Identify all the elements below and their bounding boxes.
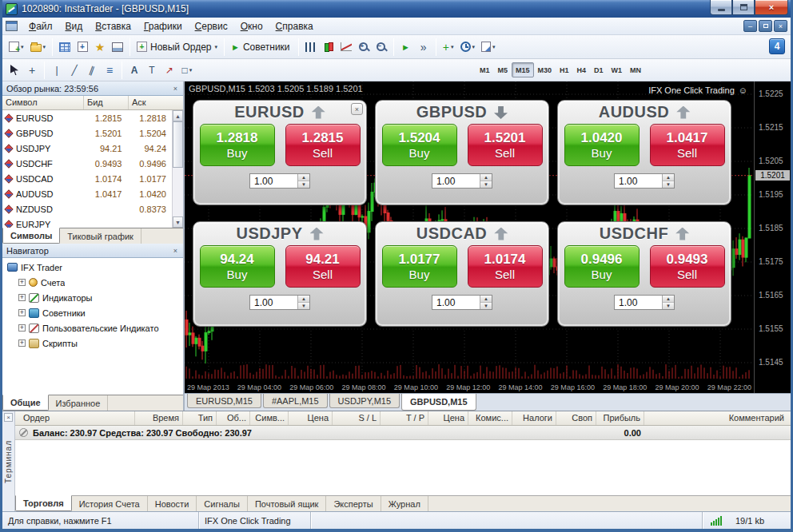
minimize-button[interactable] xyxy=(710,0,732,15)
indicators-button[interactable]: + ▾ xyxy=(440,38,457,57)
candlestick-chart-button[interactable] xyxy=(320,38,337,57)
spin-down-icon[interactable]: ▼ xyxy=(663,303,674,309)
shapes-button[interactable]: □ ▾ xyxy=(178,61,196,80)
mdi-minimize-button[interactable]: – xyxy=(743,20,757,32)
menu-tools[interactable]: Сервис xyxy=(189,19,234,34)
tab-account-history[interactable]: История Счета xyxy=(72,496,148,511)
scrollbar-thumb[interactable] xyxy=(173,121,183,168)
volume-stepper[interactable]: ▲▼ xyxy=(297,174,309,188)
spin-down-icon[interactable]: ▼ xyxy=(663,181,674,188)
navigator-button[interactable]: ★ xyxy=(91,38,109,57)
chart-shift-button[interactable]: » xyxy=(415,38,432,57)
menu-help[interactable]: Справка xyxy=(269,19,320,34)
tree-item-indicators[interactable]: + Индикаторы xyxy=(2,290,183,305)
chart-tab-gbpusd[interactable]: GBPUSD,M15 xyxy=(401,394,476,411)
tab-experts[interactable]: Эксперты xyxy=(326,496,381,511)
sell-button[interactable]: 1.2815 Sell xyxy=(285,124,361,166)
volume-stepper[interactable]: ▲▼ xyxy=(662,174,674,188)
arrow-tool-button[interactable]: ↗ xyxy=(161,61,178,80)
terminal-button[interactable] xyxy=(109,38,126,57)
new-order-button[interactable]: + Новый Ордер ▾ xyxy=(133,38,221,57)
tree-item-scripts[interactable]: + Скрипты xyxy=(2,335,183,351)
chart-window-icon[interactable] xyxy=(6,21,18,31)
expand-icon[interactable]: + xyxy=(18,339,26,347)
market-watch-button[interactable] xyxy=(56,38,74,57)
auto-scroll-button[interactable]: ► xyxy=(397,38,415,57)
status-mode-text[interactable]: IFX One Click Trading xyxy=(199,512,311,529)
spin-down-icon[interactable]: ▼ xyxy=(298,303,309,309)
close-button[interactable]: × xyxy=(755,0,788,15)
channel-button[interactable]: ∥ xyxy=(83,61,101,80)
sell-button[interactable]: 94.21 Sell xyxy=(285,245,361,288)
table-row[interactable]: USDJPY 94.21 94.24 xyxy=(2,141,172,156)
tab-trade[interactable]: Торговля xyxy=(15,495,72,511)
timeframe-m1[interactable]: M1 xyxy=(476,62,494,77)
buy-button[interactable]: 1.0177 Buy xyxy=(382,245,457,288)
chart-area[interactable]: GBPUSD,M15 1.5203 1.5205 1.5189 1.5201 I… xyxy=(185,81,791,393)
tab-mailbox[interactable]: Почтовый ящик xyxy=(248,496,326,511)
sell-button[interactable]: 0.9493 Sell xyxy=(650,245,725,288)
tree-item-account[interactable]: IFX Trader xyxy=(2,260,183,275)
spin-up-icon[interactable]: ▲ xyxy=(298,174,309,181)
buy-button[interactable]: 1.5204 Buy xyxy=(382,124,457,166)
buy-button[interactable]: 0.9496 Buy xyxy=(564,245,640,288)
title-bar[interactable]: 1020890: InstaTrader - [GBPUSD,M15] × xyxy=(2,0,791,18)
spin-up-icon[interactable]: ▲ xyxy=(480,296,492,303)
table-row[interactable]: USDCHF 0.9493 0.9496 xyxy=(2,156,172,171)
profiles-button[interactable]: ▾ xyxy=(27,38,50,57)
scroll-down-button[interactable]: ▼ xyxy=(173,216,183,228)
timeframe-d1[interactable]: D1 xyxy=(590,62,608,77)
periods-button[interactable]: ▾ xyxy=(457,38,479,57)
line-chart-button[interactable] xyxy=(337,38,355,57)
new-chart-button[interactable]: + ▾ xyxy=(6,38,27,57)
buy-button[interactable]: 1.2818 Buy xyxy=(200,124,275,166)
tab-journal[interactable]: Журнал xyxy=(381,496,428,511)
volume-stepper[interactable]: ▲▼ xyxy=(480,174,492,188)
label-tool-button[interactable]: T xyxy=(143,61,161,80)
crosshair-tool-button[interactable]: + xyxy=(23,61,41,80)
timeframe-h4[interactable]: H4 xyxy=(573,62,591,77)
timeframe-h1[interactable]: H1 xyxy=(556,62,573,77)
spin-up-icon[interactable]: ▲ xyxy=(298,296,309,303)
chart-tab-eurusd[interactable]: EURUSD,M15 xyxy=(187,394,261,408)
expert-advisors-button[interactable]: ► Советники xyxy=(228,38,295,57)
menu-charts[interactable]: Графики xyxy=(137,19,189,34)
timeframe-m30[interactable]: M30 xyxy=(534,62,556,77)
table-row[interactable]: EURUSD 1.2815 1.2818 xyxy=(2,110,172,125)
expand-icon[interactable]: + xyxy=(18,324,26,332)
market-watch-scrollbar[interactable]: ▲ ▼ xyxy=(172,110,183,228)
timeframe-w1[interactable]: W1 xyxy=(608,62,627,77)
trendline-button[interactable]: ╱ xyxy=(66,61,83,80)
smiley-icon[interactable]: ☺ xyxy=(739,85,747,95)
sell-button[interactable]: 1.5201 Sell xyxy=(468,124,543,166)
tree-item-experts[interactable]: + Советники xyxy=(2,305,183,320)
timeframe-m5[interactable]: M5 xyxy=(494,62,512,77)
chart-tab-usdjpy[interactable]: USDJPY,M15 xyxy=(329,394,400,408)
volume-input[interactable]: 1.00 ▲▼ xyxy=(432,295,492,310)
buy-button[interactable]: 1.0420 Buy xyxy=(564,124,640,166)
bar-chart-button[interactable] xyxy=(302,38,320,57)
table-row[interactable]: AUDUSD 1.0417 1.0420 xyxy=(2,186,172,201)
spin-up-icon[interactable]: ▲ xyxy=(663,174,674,181)
menu-view[interactable]: Вид xyxy=(59,19,90,34)
navigator-close-button[interactable]: × xyxy=(172,247,179,255)
templates-button[interactable]: ▾ xyxy=(478,38,499,57)
expand-icon[interactable]: + xyxy=(18,294,26,301)
menu-file[interactable]: Файл xyxy=(22,19,59,34)
tab-favorites[interactable]: Избранное xyxy=(49,395,109,411)
table-row[interactable]: GBPUSD 1.5201 1.5204 xyxy=(2,125,172,141)
timeframe-mn[interactable]: MN xyxy=(626,62,645,77)
tab-tick-chart[interactable]: Тиковый график xyxy=(60,228,141,244)
volume-stepper[interactable]: ▲▼ xyxy=(480,296,492,309)
volume-input[interactable]: 1.00 ▲▼ xyxy=(614,173,675,189)
volume-stepper[interactable]: ▲▼ xyxy=(297,296,309,309)
sell-button[interactable]: 1.0417 Sell xyxy=(650,124,725,166)
balance-row[interactable]: Баланс: 230.97 Средства: 230.97 Свободно… xyxy=(15,426,791,440)
scroll-up-button[interactable]: ▲ xyxy=(173,110,183,121)
zoom-out-button[interactable]: − xyxy=(373,38,390,57)
menu-insert[interactable]: Вставка xyxy=(89,19,137,34)
mdi-restore-button[interactable] xyxy=(759,20,772,32)
tab-signals[interactable]: Сигналы xyxy=(197,496,248,511)
menu-window[interactable]: Окно xyxy=(234,19,269,34)
tab-common[interactable]: Общие xyxy=(2,395,49,411)
